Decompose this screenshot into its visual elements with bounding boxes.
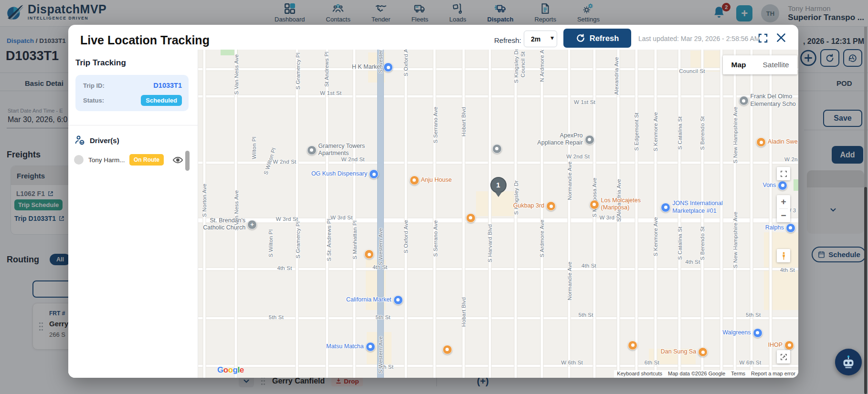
- street-label: S Kenmore Ave: [653, 217, 658, 256]
- poi-marker[interactable]: [366, 342, 375, 352]
- fullscreen-icon[interactable]: [757, 32, 769, 44]
- street-label: S Kenmore Ave: [653, 112, 658, 151]
- street-label: 5th St: [269, 314, 284, 320]
- eye-icon[interactable]: [172, 155, 183, 166]
- recenter-control[interactable]: [777, 350, 790, 363]
- modal-title: Live Location Tracking: [80, 33, 210, 47]
- poi-marker[interactable]: [778, 181, 787, 190]
- road: [198, 317, 798, 319]
- last-updated-text: Last updated: Mar 29, 2026 - 2:58:56 AM: [638, 35, 760, 42]
- driver-row[interactable]: Tony Harm... On Route: [74, 152, 192, 168]
- poi-marker[interactable]: [661, 203, 670, 212]
- street-label: W 3rd St: [330, 215, 352, 220]
- refresh-interval-select[interactable]: 2m: [524, 31, 557, 47]
- street-label: S Mariposa Ave: [592, 177, 597, 217]
- poi-marker[interactable]: [492, 144, 502, 154]
- street-label: W 2nd St: [566, 154, 590, 159]
- street-label: Wilton Pl: [251, 137, 257, 159]
- street-label: Hobart Blvd: [461, 297, 466, 327]
- street-label: W 2nd St: [273, 159, 296, 165]
- refresh-button[interactable]: Refresh: [563, 29, 631, 48]
- street-label: W 2n: [784, 156, 798, 162]
- poi-marker[interactable]: [307, 145, 317, 155]
- poi-marker[interactable]: [383, 62, 393, 72]
- street-label: S Ardmore Ave: [539, 219, 545, 257]
- street-label: S Oxford Ave: [403, 220, 409, 253]
- chat-widget-button[interactable]: [835, 349, 862, 375]
- trip-stop-marker[interactable]: 1: [490, 177, 507, 197]
- street-label: S Serrano Ave: [433, 107, 438, 144]
- street-label: 5th St: [578, 312, 593, 318]
- map-expand-control[interactable]: [777, 167, 790, 180]
- close-icon[interactable]: [775, 31, 787, 44]
- attribution-item: Map data ©2026 Google: [665, 370, 728, 378]
- poi-marker[interactable]: [247, 220, 257, 229]
- driver-icon: [74, 135, 85, 146]
- poi-label: JONS International Marketplace #01: [672, 200, 723, 215]
- road: [296, 50, 298, 378]
- road: [404, 50, 407, 378]
- poi-marker[interactable]: [466, 213, 476, 223]
- zoom-out-button[interactable]: −: [777, 209, 790, 222]
- street-label: Council St: [520, 52, 526, 77]
- panel-scrollbar-thumb[interactable]: [185, 151, 190, 171]
- poi-label: St. Brendan's Catholic Church: [203, 217, 245, 232]
- poi-marker[interactable]: [546, 201, 556, 211]
- refresh-icon: [576, 33, 585, 43]
- poi-marker[interactable]: [739, 96, 749, 105]
- poi-marker[interactable]: [756, 137, 766, 147]
- poi-label: Matsu Matcha: [326, 343, 364, 351]
- poi-marker[interactable]: [784, 341, 794, 350]
- map-type-satellite[interactable]: Satellite: [754, 55, 797, 74]
- google-logo[interactable]: Google: [217, 365, 244, 375]
- pegman-control[interactable]: [777, 249, 790, 262]
- poi-marker[interactable]: [628, 341, 637, 350]
- poi-marker[interactable]: [364, 249, 374, 259]
- map-area-green: [794, 179, 798, 191]
- map-type-map[interactable]: Map: [723, 55, 754, 74]
- poi-marker[interactable]: [585, 135, 594, 145]
- street-label: S Catalina St: [677, 117, 683, 150]
- poi-label: Gukbap 3rd: [513, 202, 544, 210]
- street-label: S Catalina St: [677, 227, 683, 260]
- street-label: S Serrano Ave: [433, 220, 438, 257]
- poi-label: Walgreens: [722, 329, 751, 337]
- poi-marker[interactable]: [753, 328, 762, 338]
- road: [654, 50, 656, 378]
- panel-heading: Trip Tracking: [75, 58, 126, 68]
- poi-label: Los Molcajetes (Mariposa): [601, 197, 641, 212]
- street-label: S Kingsley Dr: [513, 50, 519, 83]
- pegman-icon: [777, 249, 790, 262]
- recenter-icon: [777, 350, 790, 363]
- poi-marker[interactable]: [410, 176, 419, 185]
- map-type-control: Map Satellite: [723, 55, 797, 74]
- poi-marker[interactable]: [590, 200, 599, 209]
- street-label: 6th St: [645, 360, 659, 365]
- attribution-item[interactable]: Report a map error: [748, 370, 798, 378]
- road: [198, 68, 798, 71]
- poi-marker[interactable]: [786, 223, 795, 233]
- street-label: 4th St: [780, 267, 795, 273]
- driver-status-badge: On Route: [129, 154, 164, 166]
- divider: [68, 125, 198, 125]
- street-label: S Harvard Blvd: [487, 224, 493, 262]
- street-label: S Van Ness Ave: [233, 54, 239, 94]
- poi-label: Vons: [763, 182, 776, 189]
- poi-label: California Market: [346, 296, 391, 304]
- trip-stop-marker-label: 1: [490, 177, 507, 193]
- street-label: Normandie Ave: [567, 162, 572, 200]
- attribution-item[interactable]: Keyboard shortcuts: [614, 370, 665, 378]
- poi-marker[interactable]: [698, 347, 708, 357]
- zoom-in-button[interactable]: +: [777, 195, 790, 208]
- road: [541, 50, 543, 378]
- map-canvas[interactable]: W 6th St6th StW 6th St6th St5th St5th St…: [198, 50, 798, 378]
- street-label: 4th St: [685, 259, 700, 265]
- poi-marker[interactable]: [443, 345, 452, 354]
- street-label: S St. Andrews Pl: [326, 219, 332, 261]
- poi-label: ApexPro Appliance Repair: [537, 132, 582, 147]
- poi-marker[interactable]: [393, 295, 403, 305]
- road: [198, 365, 798, 367]
- poi-marker[interactable]: [369, 169, 379, 179]
- street-label: St Andrews Pl: [324, 52, 329, 87]
- attribution-item[interactable]: Terms: [728, 370, 748, 378]
